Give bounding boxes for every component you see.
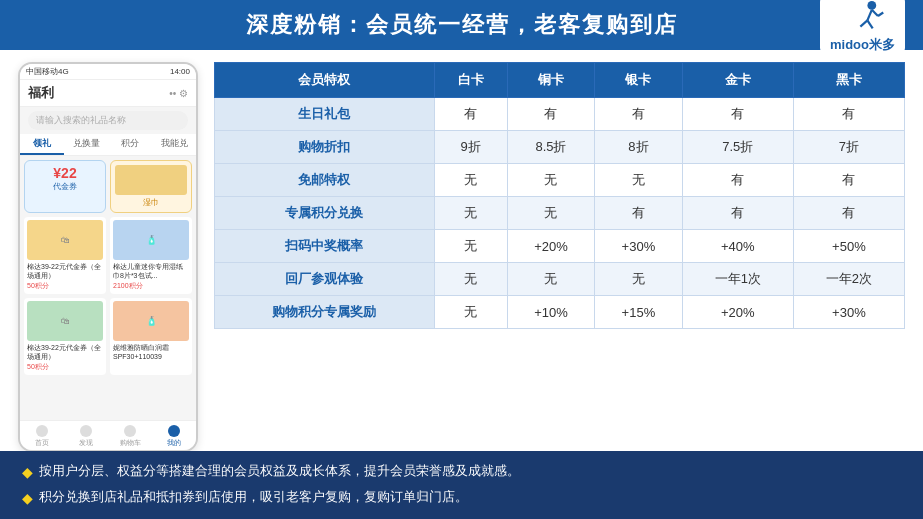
cell-feature: 扫码中奖概率 xyxy=(215,230,435,263)
cell-feature: 专属积分兑换 xyxy=(215,197,435,230)
header: 深度粉销：会员统一经营，老客复购到店 midoo米多 xyxy=(0,0,923,50)
home-icon xyxy=(36,425,48,437)
footer-line-2: ◆ 积分兑换到店礼品和抵扣券到店使用，吸引老客户复购，复购订单归门店。 xyxy=(22,485,901,511)
cell-value: +15% xyxy=(595,296,682,329)
table-row: 回厂参观体验无无无一年1次一年2次 xyxy=(215,263,905,296)
cell-feature: 购物折扣 xyxy=(215,131,435,164)
discover-icon xyxy=(80,425,92,437)
coupon-card-1[interactable]: ¥22 代金券 xyxy=(24,160,106,213)
cell-feature: 购物积分专属奖励 xyxy=(215,296,435,329)
cell-value: +30% xyxy=(793,296,904,329)
product-card-3[interactable]: 🛍 棉达39-22元代金券（全场通用） 50积分 xyxy=(24,298,106,375)
product-points-2: 2100积分 xyxy=(113,281,189,291)
product-points-3: 50积分 xyxy=(27,362,103,372)
phone-nav-cart[interactable]: 购物车 xyxy=(108,425,152,448)
col-header-yin: 银卡 xyxy=(595,63,682,98)
cell-value: 无 xyxy=(595,263,682,296)
cell-value: 无 xyxy=(507,164,594,197)
cell-value: 有 xyxy=(434,98,507,131)
phone-body: ¥22 代金券 湿巾 🛍 棉达39-22元代金券（全场通用） 50积分 xyxy=(20,156,196,420)
phone-header-title: 福利 xyxy=(28,84,54,102)
product-points-1: 50积分 xyxy=(27,281,103,291)
phone-carrier: 中国移动4G xyxy=(26,66,69,77)
cell-value: +20% xyxy=(682,296,793,329)
cell-value: +30% xyxy=(595,230,682,263)
svg-line-1 xyxy=(867,10,871,21)
product-img-1: 🛍 xyxy=(27,220,103,260)
product-desc-1: 棉达39-22元代金券（全场通用） xyxy=(27,262,103,280)
cell-value: 有 xyxy=(793,98,904,131)
coupon-desc-1: 代金券 xyxy=(29,181,101,192)
cell-value: 8.5折 xyxy=(507,131,594,164)
cell-feature: 回厂参观体验 xyxy=(215,263,435,296)
profile-icon xyxy=(168,425,180,437)
phone-tab-2[interactable]: 积分 xyxy=(108,134,152,155)
product-img-4: 🧴 xyxy=(113,301,189,341)
diamond-icon-2: ◆ xyxy=(22,486,33,511)
product-desc-3: 棉达39-22元代金券（全场通用） xyxy=(27,343,103,361)
coupon-amount-1: ¥22 xyxy=(29,165,101,181)
coupon-card-2[interactable]: 湿巾 xyxy=(110,160,192,213)
cell-value: 无 xyxy=(434,230,507,263)
product-img-2: 🧴 xyxy=(113,220,189,260)
phone-status-bar: 中国移动4G 14:00 xyxy=(20,64,196,80)
phone-nav-home[interactable]: 首页 xyxy=(20,425,64,448)
product-card-1[interactable]: 🛍 棉达39-22元代金券（全场通用） 50积分 xyxy=(24,217,106,294)
table-row: 生日礼包有有有有有 xyxy=(215,98,905,131)
phone-tab-1[interactable]: 兑换量 xyxy=(64,134,108,155)
phone-mockup: 中国移动4G 14:00 福利 •• ⚙ 请输入搜索的礼品名称 领礼 兑换量 积… xyxy=(18,62,198,452)
cell-value: 无 xyxy=(434,164,507,197)
cell-value: 无 xyxy=(434,197,507,230)
cell-value: 7.5折 xyxy=(682,131,793,164)
cell-value: 一年1次 xyxy=(682,263,793,296)
cell-feature: 生日礼包 xyxy=(215,98,435,131)
midoo-logo-icon xyxy=(841,0,885,34)
cell-value: 有 xyxy=(793,197,904,230)
footer-text-2: 积分兑换到店礼品和抵扣券到店使用，吸引老客户复购，复购订单归门店。 xyxy=(39,485,468,508)
logo-area: midoo米多 xyxy=(820,0,905,56)
cell-value: 无 xyxy=(434,263,507,296)
product-desc-2: 棉达儿童迷你专用湿纸巾8片*3包试... xyxy=(113,262,189,280)
cell-value: 无 xyxy=(507,197,594,230)
product-card-2[interactable]: 🧴 棉达儿童迷你专用湿纸巾8片*3包试... 2100积分 xyxy=(110,217,192,294)
cell-value: 有 xyxy=(682,98,793,131)
phone-bottom-nav: 首页 发现 购物车 我的 xyxy=(20,420,196,450)
cell-value: 8折 xyxy=(595,131,682,164)
product-card-4[interactable]: 🧴 妮维雅防晒白润霜 SPF30+110039 xyxy=(110,298,192,375)
cell-feature: 免邮特权 xyxy=(215,164,435,197)
footer-text-1: 按用户分层、权益分等搭建合理的会员权益及成长体系，提升会员荣誉感及成就感。 xyxy=(39,459,520,482)
cell-value: +10% xyxy=(507,296,594,329)
svg-line-3 xyxy=(867,20,872,28)
coupon-row: ¥22 代金券 湿巾 xyxy=(24,160,192,213)
phone-nav-discover[interactable]: 发现 xyxy=(64,425,108,448)
product-row-1: 🛍 棉达39-22元代金券（全场通用） 50积分 🧴 棉达儿童迷你专用湿纸巾8片… xyxy=(24,217,192,294)
svg-line-5 xyxy=(877,12,882,16)
phone-tab-3[interactable]: 我能兑 xyxy=(152,134,196,155)
footer: ◆ 按用户分层、权益分等搭建合理的会员权益及成长体系，提升会员荣誉感及成就感。 … xyxy=(0,451,923,519)
table-row: 专属积分兑换无无有有有 xyxy=(215,197,905,230)
cell-value: 有 xyxy=(682,197,793,230)
diamond-icon-1: ◆ xyxy=(22,460,33,485)
col-header-feature: 会员特权 xyxy=(215,63,435,98)
col-header-jin: 金卡 xyxy=(682,63,793,98)
phone-tab-0[interactable]: 领礼 xyxy=(20,134,64,155)
cell-value: 7折 xyxy=(793,131,904,164)
svg-line-2 xyxy=(860,20,867,26)
page-title: 深度粉销：会员统一经营，老客复购到店 xyxy=(246,12,678,37)
product-grid: 🛍 棉达39-22元代金券（全场通用） 50积分 🧴 棉达儿童迷你专用湿纸巾8片… xyxy=(24,217,192,375)
phone-search-bar[interactable]: 请输入搜索的礼品名称 xyxy=(28,111,188,130)
phone-header: 福利 •• ⚙ xyxy=(20,80,196,107)
col-header-bai: 白卡 xyxy=(434,63,507,98)
table-row: 购物折扣9折8.5折8折7.5折7折 xyxy=(215,131,905,164)
cell-value: 有 xyxy=(793,164,904,197)
cell-value: 无 xyxy=(595,164,682,197)
cell-value: 有 xyxy=(507,98,594,131)
logo-brand: midoo米多 xyxy=(820,0,905,56)
phone-nav-profile[interactable]: 我的 xyxy=(152,425,196,448)
product-row-2: 🛍 棉达39-22元代金券（全场通用） 50积分 🧴 妮维雅防晒白润霜 SPF3… xyxy=(24,298,192,375)
product-img-3: 🛍 xyxy=(27,301,103,341)
phone-time: 14:00 xyxy=(170,67,190,76)
cell-value: 无 xyxy=(507,263,594,296)
svg-line-4 xyxy=(871,10,877,16)
col-header-hei: 黑卡 xyxy=(793,63,904,98)
